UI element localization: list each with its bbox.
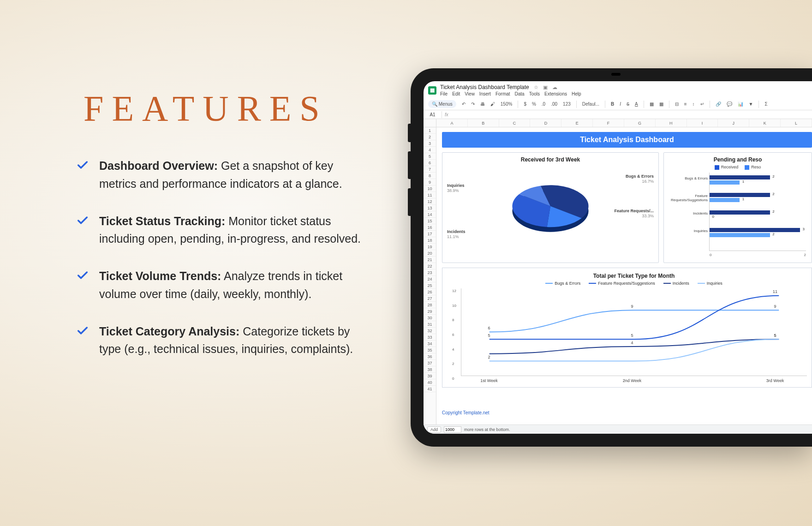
column-header[interactable]: F: [593, 119, 624, 127]
text-color-icon[interactable]: A: [635, 102, 638, 107]
column-header[interactable]: B: [468, 119, 499, 127]
y-tick: 2: [452, 362, 454, 366]
fill-color-icon[interactable]: ▦: [650, 102, 654, 107]
zoom-select[interactable]: 150%: [501, 102, 513, 107]
menu-insert[interactable]: Insert: [479, 91, 491, 96]
wrap-icon[interactable]: ↵: [700, 102, 704, 107]
tablet-screen: ▦ Ticket Analysis Dashboard Template ☆ ▣…: [424, 81, 812, 434]
comment-icon[interactable]: 💬: [727, 102, 732, 107]
x-label: 3rd Week: [766, 378, 784, 383]
document-title[interactable]: Ticket Analysis Dashboard Template: [440, 84, 529, 90]
toolbar: 🔍 Menus ↶ ↷ 🖶 🖌 150% $ % .0 .00 123 Defa…: [424, 98, 812, 110]
feature-text: Ticket Status Tracking: Monitor ticket s…: [99, 212, 371, 248]
feature-text: Dashboard Overview: Get a snapshot of ke…: [99, 157, 371, 193]
feature-item: Dashboard Overview: Get a snapshot of ke…: [76, 157, 371, 193]
row-headers[interactable]: 1234567891011121314151617181920212223242…: [424, 127, 436, 425]
column-header[interactable]: C: [499, 119, 531, 127]
currency-icon[interactable]: $: [524, 102, 526, 107]
tablet-mockup: ▦ Ticket Analysis Dashboard Template ☆ ▣…: [411, 68, 812, 447]
merge-icon[interactable]: ⊟: [675, 102, 679, 107]
features-panel: FEATURES Dashboard Overview: Get a snaps…: [76, 88, 371, 377]
column-header[interactable]: G: [624, 119, 656, 127]
menu-data[interactable]: Data: [515, 91, 525, 96]
functions-icon[interactable]: Σ: [764, 102, 767, 107]
check-icon: [76, 269, 89, 282]
menu-extensions[interactable]: Extensions: [544, 91, 567, 96]
line-legend: Bugs & Errors Feature Requests/Suggestio…: [461, 281, 807, 286]
check-icon: [76, 214, 89, 227]
cloud-icon[interactable]: ☁: [552, 84, 557, 90]
feature-item: Ticket Status Tracking: Monitor ticket s…: [76, 212, 371, 248]
move-icon[interactable]: ▣: [543, 84, 548, 90]
star-icon[interactable]: ☆: [534, 84, 538, 90]
select-all-cell[interactable]: [424, 119, 436, 127]
align-icon[interactable]: ≡: [684, 102, 687, 107]
y-tick: 12: [452, 289, 456, 293]
paint-format-icon[interactable]: 🖌: [490, 102, 495, 107]
dec-increase-icon[interactable]: .00: [551, 102, 557, 107]
column-headers: A B C D E F G H I J K L: [424, 119, 812, 127]
column-header[interactable]: A: [436, 119, 468, 127]
column-header[interactable]: K: [749, 119, 781, 127]
valign-icon[interactable]: ↕: [693, 102, 695, 107]
dec-decrease-icon[interactable]: .0: [542, 102, 545, 107]
tablet-button: [408, 151, 411, 179]
pie-label: Feature Requests/...33.3%: [614, 209, 654, 219]
chart-icon[interactable]: 📊: [738, 102, 743, 107]
redo-icon[interactable]: ↷: [471, 102, 475, 107]
add-rows-button[interactable]: Add: [427, 426, 441, 433]
menu-tools[interactable]: Tools: [529, 91, 540, 96]
pie-label: Incidents11.1%: [447, 229, 466, 239]
bar-chart-card: Pending and Reso Received Reso Bugs & Er…: [663, 152, 812, 263]
font-select[interactable]: Defaul...: [582, 102, 599, 107]
strike-icon[interactable]: S̶: [627, 102, 629, 107]
check-icon: [76, 324, 89, 337]
bar-row: Feature Requests/Suggestions21: [710, 193, 806, 205]
point-label: 2: [488, 355, 490, 359]
rows-count-input[interactable]: [444, 426, 461, 433]
menu-edit[interactable]: Edit: [452, 91, 460, 96]
sheets-logo-icon[interactable]: ▦: [428, 86, 436, 95]
print-icon[interactable]: 🖶: [480, 102, 485, 107]
point-label: 5: [631, 333, 633, 338]
feature-text: Ticket Volume Trends: Analyze trends in …: [99, 267, 371, 303]
menu-view[interactable]: View: [465, 91, 475, 96]
undo-icon[interactable]: ↶: [462, 102, 466, 107]
check-icon: [76, 159, 89, 172]
spreadsheet-grid[interactable]: Ticket Analysis Dashboard Received for 3…: [436, 127, 812, 425]
borders-icon[interactable]: ▦: [659, 102, 663, 107]
column-header[interactable]: L: [781, 119, 812, 127]
search-menus-input[interactable]: 🔍 Menus: [428, 100, 456, 108]
app-titlebar: ▦ Ticket Analysis Dashboard Template ☆ ▣…: [424, 81, 812, 96]
menu-help[interactable]: Help: [572, 91, 581, 96]
bold-icon[interactable]: B: [611, 102, 614, 107]
column-header[interactable]: J: [718, 119, 749, 127]
bar-chart-title: Pending and Reso: [668, 156, 808, 163]
column-header[interactable]: D: [530, 119, 561, 127]
legend-feature: Feature Requests/Suggestions: [589, 281, 655, 286]
feature-text: Ticket Category Analysis: Categorize tic…: [99, 323, 371, 359]
bar-row: Bugs & Errors21: [710, 175, 806, 187]
menu-file[interactable]: File: [440, 91, 448, 96]
x-label: 1st Week: [480, 378, 497, 383]
copyright-link[interactable]: Copyright Template.net: [442, 410, 490, 415]
column-header[interactable]: H: [656, 119, 687, 127]
legend-bugs: Bugs & Errors: [545, 281, 580, 286]
column-header[interactable]: I: [687, 119, 718, 127]
link-icon[interactable]: 🔗: [716, 102, 721, 107]
pie-chart-card: Received for 3rd Week Inquiries38.9%Bugs…: [442, 152, 659, 263]
pie-label: Bugs & Errors16.7%: [626, 174, 654, 184]
column-header[interactable]: E: [561, 119, 593, 127]
y-tick: 6: [452, 333, 454, 337]
fx-icon: fx: [442, 112, 451, 117]
number-format-icon[interactable]: 123: [563, 102, 571, 107]
italic-icon[interactable]: I: [620, 102, 621, 107]
line-chart: 0246810121st Week2nd Week3rd Week6995511…: [461, 288, 807, 376]
feature-item: Ticket Volume Trends: Analyze trends in …: [76, 267, 371, 303]
name-box[interactable]: A1: [424, 111, 442, 118]
filter-icon[interactable]: ▼: [749, 102, 753, 107]
bar-row: Incidents20: [710, 210, 806, 222]
percent-icon[interactable]: %: [532, 102, 536, 107]
point-label: 4: [631, 341, 633, 345]
menu-format[interactable]: Format: [496, 91, 510, 96]
